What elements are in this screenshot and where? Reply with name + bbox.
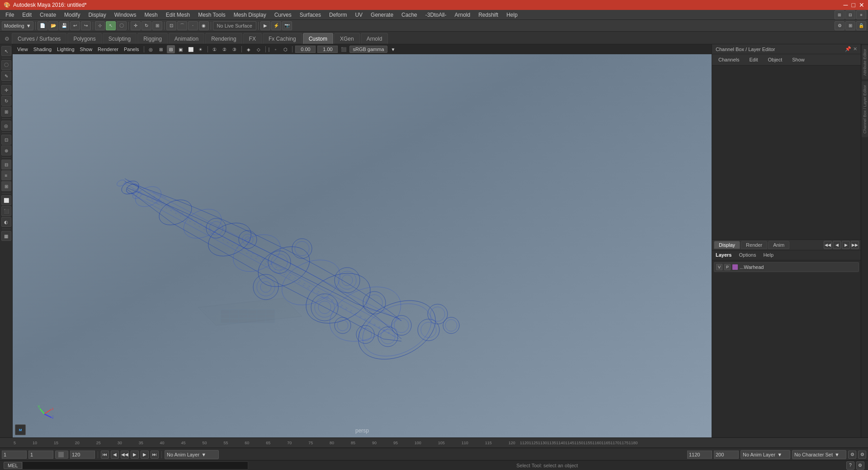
layer-prev-btn[interactable]: ◀◀ (824, 241, 832, 249)
menu-curves[interactable]: Curves (271, 11, 295, 19)
menu-edit-mesh[interactable]: Edit Mesh (162, 11, 193, 19)
go-start-btn[interactable]: ⏮ (101, 451, 109, 459)
vp-menu-lighting[interactable]: Lighting (55, 47, 76, 52)
vp-gamma-arrow[interactable]: ▼ (389, 45, 397, 53)
icon-btn-3[interactable]: ≡ (856, 10, 866, 19)
lt-layer-btn[interactable]: ⊟ (1, 160, 11, 169)
shelf-settings-icon[interactable]: ⚙ (2, 34, 12, 44)
tab-custom[interactable]: Custom (303, 33, 333, 44)
vp-solid-btn[interactable]: ▣ (177, 45, 185, 53)
lt-vis2-btn[interactable]: ⬛ (1, 206, 11, 216)
attr-editor-strip-label[interactable]: Attribute Editor (862, 45, 868, 80)
save-scene-btn[interactable]: 💾 (59, 21, 69, 30)
range-end-input[interactable] (714, 451, 739, 459)
anim-layer-dropdown[interactable]: No Anim Layer ▼ (165, 450, 219, 459)
step-fwd-btn[interactable]: ▶ (141, 451, 149, 459)
render-btn[interactable]: ▶ (260, 21, 270, 30)
timeline-ruler[interactable]: 5 10 15 20 25 30 35 40 45 50 55 60 65 70… (0, 438, 868, 448)
tab-curves-surfaces[interactable]: Curves / Surfaces (12, 33, 66, 44)
lasso-tool-btn[interactable]: 〇 (117, 21, 127, 30)
tab-sculpting[interactable]: Sculpting (103, 33, 137, 44)
settings-btn[interactable]: ⚙ (835, 21, 844, 30)
tab-xgen[interactable]: XGen (334, 33, 360, 44)
snap-surface-btn[interactable]: ◉ (199, 21, 209, 30)
minimize-button[interactable]: ─ (844, 1, 848, 9)
lt-select-btn[interactable]: ↖ (1, 46, 11, 56)
tab-rigging[interactable]: Rigging (137, 33, 168, 44)
rp-pin-icon[interactable]: 📌 (845, 46, 851, 52)
layer-prev2-btn[interactable]: ◀ (833, 241, 841, 249)
lt-scale-btn[interactable]: ⊞ (1, 107, 11, 117)
vp-wireframe-btn[interactable]: ⊟ (167, 45, 175, 53)
vp-menu-show[interactable]: Show (78, 47, 94, 52)
menu-display[interactable]: Display (85, 11, 109, 19)
step-back-btn[interactable]: ◀ (111, 451, 119, 459)
rs-tab-help[interactable]: Help (761, 251, 775, 258)
end-frame-input[interactable] (70, 451, 95, 459)
lt-vis1-btn[interactable]: ⬜ (1, 195, 11, 205)
vp-snap2-btn[interactable]: ◇ (255, 45, 263, 53)
rs-tab-layers[interactable]: Layers (714, 251, 733, 258)
snapshot-btn[interactable]: 📷 (282, 21, 292, 30)
current-frame-input[interactable] (28, 451, 53, 459)
rp-close-icon[interactable]: ✕ (853, 46, 857, 52)
vp-menu-panels[interactable]: Panels (122, 47, 141, 52)
vp-snap1-btn[interactable]: ◈ (245, 45, 253, 53)
vp-camera-btn[interactable]: ◎ (147, 45, 155, 53)
snap-point-btn[interactable]: · (188, 21, 198, 30)
move-tool-btn[interactable]: ✛ (131, 21, 141, 30)
lt-lasso-btn[interactable]: 〇 (1, 60, 11, 70)
ipr-btn[interactable]: ⚡ (271, 21, 281, 30)
vp-light-btn[interactable]: ☀ (197, 45, 205, 53)
icon-btn-1[interactable]: ⊞ (835, 10, 844, 19)
scale-tool-btn[interactable]: ⊞ (152, 21, 162, 30)
status-help-btn[interactable]: ? (846, 461, 854, 470)
play-fwd-btn[interactable]: ▶ (131, 451, 139, 459)
vp-extra1-btn[interactable]: ◦ (271, 45, 279, 53)
menu-cache[interactable]: Cache (398, 11, 421, 19)
no-anim-layer-dropdown[interactable]: No Anim Layer ▼ (741, 450, 790, 459)
character-set-dropdown[interactable]: No Character Set ▼ (792, 450, 846, 459)
lt-layer-2-btn[interactable]: ≡ (1, 170, 11, 180)
vp-menu-renderer[interactable]: Renderer (96, 47, 120, 52)
vp-res3-btn[interactable]: ③ (231, 45, 239, 53)
start-frame-input[interactable] (2, 451, 27, 459)
menu-arnold[interactable]: Arnold (451, 11, 474, 19)
redo-btn[interactable]: ↪ (81, 21, 91, 30)
ch-tab-edit[interactable]: Edit (745, 56, 762, 63)
select-tool-btn[interactable]: ↖ (106, 21, 116, 30)
select-mode-btn[interactable]: ⊹ (95, 21, 105, 30)
vp-float1-input[interactable] (295, 46, 316, 53)
extra-btn-2[interactable]: ⚙ (858, 451, 866, 459)
layer-next-btn[interactable]: ▶ (842, 241, 850, 249)
vp-res1-btn[interactable]: ① (211, 45, 219, 53)
rotate-tool-btn[interactable]: ↻ (142, 21, 151, 30)
mel-tab[interactable]: MEL (4, 462, 22, 469)
rb-tab-display[interactable]: Display (714, 241, 740, 249)
undo-btn[interactable]: ↩ (70, 21, 80, 30)
tab-polygons[interactable]: Polygons (67, 33, 101, 44)
menu-mesh[interactable]: Mesh (141, 11, 161, 19)
lt-snap-btn[interactable]: ⊡ (1, 135, 11, 145)
menu-3dtool[interactable]: -3DtoAll- (422, 11, 450, 19)
status-settings-btn[interactable]: ⚙ (856, 461, 864, 470)
new-scene-btn[interactable]: 📄 (38, 21, 47, 30)
tab-animation[interactable]: Animation (169, 33, 204, 44)
ch-tab-channels[interactable]: Channels (714, 56, 744, 63)
menu-mesh-tools[interactable]: Mesh Tools (194, 11, 229, 19)
layer-next2-btn[interactable]: ▶▶ (851, 241, 859, 249)
rb-tab-render[interactable]: Render (741, 241, 767, 249)
lt-magnet-btn[interactable]: ⊛ (1, 146, 11, 155)
menu-surfaces[interactable]: Surfaces (296, 11, 325, 19)
lt-extra-btn[interactable]: ▦ (1, 231, 11, 241)
go-end-btn[interactable]: ⏭ (151, 451, 159, 459)
vp-menu-view[interactable]: View (15, 47, 30, 52)
vp-extra2-btn[interactable]: ⬡ (281, 45, 289, 53)
close-button[interactable]: ✕ (859, 1, 864, 9)
layer-v-button[interactable]: V (716, 264, 722, 270)
menu-mesh-display[interactable]: Mesh Display (230, 11, 270, 19)
play-back-btn[interactable]: ◀◀ (121, 451, 129, 459)
lock-btn[interactable]: 🔒 (856, 21, 866, 30)
layer-p-button[interactable]: P (724, 264, 731, 270)
menu-modify[interactable]: Modify (61, 11, 84, 19)
